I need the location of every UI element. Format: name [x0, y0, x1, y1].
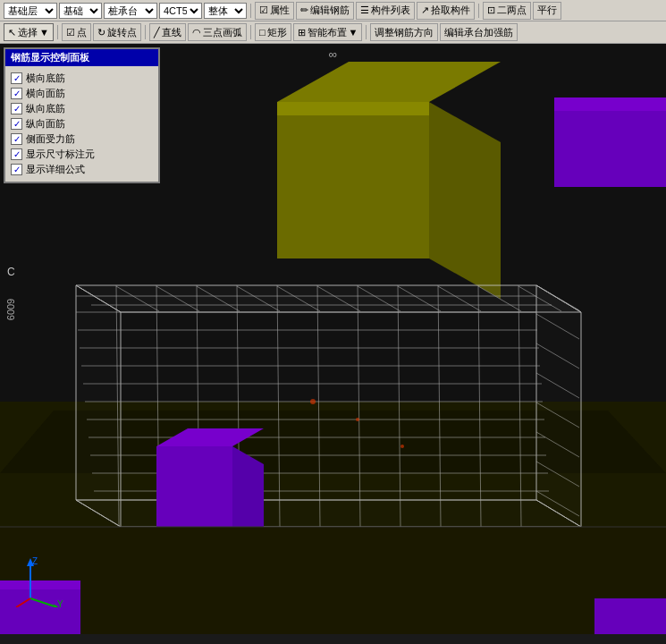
line-btn[interactable]: ╱ 直线 — [149, 23, 186, 41]
svg-marker-63 — [0, 527, 666, 634]
checkbox-vert-top-check[interactable]: ✓ — [11, 118, 22, 130]
checkbox-horiz-top[interactable]: ✓ 横向面筋 — [11, 87, 153, 100]
edit-cap-btn[interactable]: 编辑承台加强筋 — [440, 23, 518, 41]
checkbox-vert-bottom[interactable]: ✓ 纵向底筋 — [11, 102, 153, 115]
two-point-label: 二两点 — [497, 4, 527, 17]
svg-marker-9 — [76, 285, 581, 312]
c-label: C — [7, 266, 15, 278]
smart-layout-dropdown: ▼ — [349, 27, 358, 38]
svg-point-60 — [310, 399, 316, 404]
point-btn[interactable]: ☑ 点 — [62, 23, 91, 41]
rotate-icon: ↻ — [97, 27, 105, 38]
arc-icon: ◠ — [192, 27, 201, 38]
arc-btn[interactable]: ◠ 三点画弧 — [188, 23, 247, 41]
parallel-label: 平行 — [537, 4, 557, 17]
layer-dropdown[interactable]: 基础层 — [4, 3, 57, 19]
axis-indicator: Z Y — [13, 554, 66, 607]
edit-rebar-label: 编辑钢筋 — [310, 4, 350, 17]
rect-label: 矩形 — [267, 26, 287, 39]
checkbox-vert-top[interactable]: ✓ 纵向面筋 — [11, 117, 153, 131]
parallel-btn[interactable]: 平行 — [533, 2, 561, 20]
pick-component-btn[interactable]: ↗ 拾取构件 — [417, 2, 475, 20]
toolbar-row1: 基础层 基础 桩承台 4CT5 整体 ☑ 属性 ✏ 编辑钢筋 ☰ 构件列表 ↗ — [0, 0, 666, 21]
two-point-btn[interactable]: ⊡ 二两点 — [483, 2, 531, 20]
toolbar-area: 基础层 基础 桩承台 4CT5 整体 ☑ 属性 ✏ 编辑钢筋 ☰ 构件列表 ↗ — [0, 0, 666, 44]
rect-btn[interactable]: □ 矩形 — [255, 23, 291, 41]
code-dropdown[interactable]: 4CT5 — [159, 3, 202, 19]
checkbox-show-formula[interactable]: ✓ 显示详细公式 — [11, 163, 153, 176]
smart-layout-label: 智能布置 — [308, 26, 347, 39]
checkbox-vert-bottom-check[interactable]: ✓ — [11, 103, 22, 114]
component-list-btn[interactable]: ☰ 构件列表 — [356, 2, 415, 20]
attr-icon: ☑ — [259, 4, 268, 16]
checkbox-horiz-top-check[interactable]: ✓ — [11, 88, 22, 99]
attr-btn[interactable]: ☑ 属性 — [255, 2, 294, 20]
checkbox-show-markers-label: 显示尺寸标注元 — [26, 148, 95, 161]
svg-rect-66 — [594, 598, 666, 634]
edit-rebar-icon: ✏ — [300, 4, 308, 16]
component-list-label: 构件列表 — [371, 4, 410, 17]
checkbox-show-markers[interactable]: ✓ 显示尺寸标注元 — [11, 148, 153, 161]
pick-component-label: 拾取构件 — [431, 4, 470, 17]
checkbox-side-stress[interactable]: ✓ 侧面受力筋 — [11, 132, 153, 146]
edit-rebar-btn[interactable]: ✏ 编辑钢筋 — [296, 2, 354, 20]
control-panel: 钢筋显示控制面板 ✓ 横向底筋 ✓ 横向面筋 ✓ 纵向底筋 ✓ 纵向面筋 ✓ 侧… — [4, 47, 160, 183]
point-label: 点 — [77, 26, 87, 39]
header-number: ∞ — [329, 47, 337, 61]
line-label: 直线 — [162, 26, 181, 39]
control-panel-title: 钢筋显示控制面板 — [5, 49, 158, 66]
toolbar-row2: ↖ 选择 ▼ ☑ 点 ↻ 旋转点 ╱ 直线 ◠ 三点画弧 □ 矩形 ⊞ — [0, 21, 666, 43]
rect-icon: □ — [259, 27, 266, 38]
adjust-rebar-btn[interactable]: 调整钢筋方向 — [370, 23, 438, 41]
main-viewport: ∞ 6009 C Z Y 钢筋显示控制面板 ✓ 横向底筋 ✓ — [0, 44, 666, 634]
line-icon: ╱ — [154, 27, 160, 38]
checkbox-side-stress-label: 侧面受力筋 — [26, 132, 75, 146]
arc-label: 三点画弧 — [203, 26, 242, 39]
type-dropdown[interactable]: 基础 — [59, 3, 102, 19]
checkbox-show-formula-label: 显示详细公式 — [26, 163, 85, 176]
svg-marker-12 — [76, 500, 581, 527]
adjust-rebar-label: 调整钢筋方向 — [375, 26, 434, 39]
platform-dropdown[interactable]: 桩承台 — [104, 3, 157, 19]
svg-marker-11 — [536, 285, 581, 527]
select-icon: ↖ — [8, 27, 16, 38]
svg-rect-8 — [554, 97, 666, 111]
sep5 — [250, 25, 251, 39]
attr-label: 属性 — [270, 4, 290, 17]
checkbox-horiz-top-label: 横向面筋 — [26, 87, 65, 100]
component-list-icon: ☰ — [360, 4, 369, 16]
svg-point-62 — [400, 445, 404, 448]
select-btn[interactable]: ↖ 选择 ▼ — [4, 23, 54, 41]
pick-component-icon: ↗ — [421, 4, 429, 16]
svg-marker-3 — [277, 102, 429, 258]
sep3 — [57, 25, 58, 39]
sep6 — [366, 25, 367, 39]
z-axis-label: Z — [32, 556, 38, 566]
edit-cap-label: 编辑承台加强筋 — [444, 26, 513, 39]
svg-line-70 — [30, 598, 57, 607]
checkbox-side-stress-check[interactable]: ✓ — [11, 133, 22, 145]
sep4 — [145, 25, 146, 39]
svg-point-61 — [356, 418, 359, 421]
select-dropdown-icon: ▼ — [39, 27, 49, 38]
sep2 — [478, 4, 479, 18]
select-label: 选择 — [18, 26, 38, 39]
checkbox-horiz-bottom-check[interactable]: ✓ — [11, 72, 22, 84]
rotate-btn[interactable]: ↻ 旋转点 — [93, 23, 141, 41]
smart-layout-icon: ⊞ — [298, 27, 306, 38]
rotate-label: 旋转点 — [107, 26, 137, 39]
checkbox-horiz-bottom-label: 横向底筋 — [26, 72, 65, 85]
checkbox-show-markers-check[interactable]: ✓ — [11, 148, 22, 160]
svg-marker-6 — [277, 102, 429, 115]
svg-marker-10 — [76, 285, 121, 527]
checkbox-horiz-bottom[interactable]: ✓ 横向底筋 — [11, 72, 153, 85]
two-point-icon: ⊡ — [487, 4, 495, 16]
checkbox-vert-top-label: 纵向面筋 — [26, 117, 65, 131]
side-label: 6009 — [5, 299, 16, 320]
checkbox-vert-bottom-label: 纵向底筋 — [26, 102, 65, 115]
checkbox-show-formula-check[interactable]: ✓ — [11, 164, 22, 175]
svg-line-72 — [16, 598, 30, 607]
view-dropdown[interactable]: 整体 — [204, 3, 247, 19]
sep1 — [250, 4, 251, 18]
smart-layout-btn[interactable]: ⊞ 智能布置 ▼ — [293, 23, 363, 41]
